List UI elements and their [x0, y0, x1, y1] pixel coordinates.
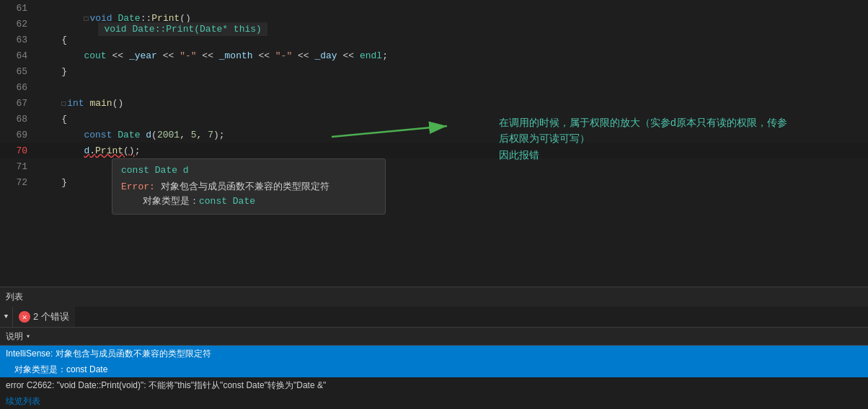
- code-line-64: 64 cout << _year << "-" << _month << "-"…: [0, 48, 868, 63]
- tooltip-title: const Date d: [121, 165, 376, 176]
- scroll-hint-row: 续览列表: [0, 393, 868, 409]
- code-line-62: 62 □void Date::Print() void Date::Print(…: [0, 16, 868, 32]
- intellisense-error-text: IntelliSense: 对象包含与成员函数不兼容的类型限定符: [6, 348, 211, 360]
- code-line-65: 65 }: [0, 63, 868, 79]
- description-arrow-icon[interactable]: ▾: [26, 332, 30, 341]
- error-count-section: ▼ ✕ 2 个错误: [0, 307, 868, 327]
- intellisense-error-row[interactable]: IntelliSense: 对象包含与成员函数不兼容的类型限定符: [0, 346, 868, 361]
- panel-toggle[interactable]: ▼: [0, 307, 13, 327]
- description-bar: 说明 ▾: [0, 327, 868, 346]
- code-line-63: 63 {: [0, 32, 868, 48]
- c2662-error-text: error C2662: "void Date::Print(void)": 不…: [6, 379, 326, 392]
- description-label: 说明: [6, 331, 23, 343]
- code-line-67: 67 □int main(): [0, 95, 868, 111]
- intellisense-type-row[interactable]: 对象类型是：const Date: [0, 361, 868, 377]
- intellisense-tooltip: const Date d Error: 对象包含与成员函数不兼容的类型限定符 对…: [112, 158, 386, 215]
- tooltip-error: Error: 对象包含与成员函数不兼容的类型限定符 对象类型是：const Da…: [121, 180, 376, 208]
- error-icon: ✕: [19, 311, 30, 323]
- annotation-text: 在调用的时候，属于权限的放大（实参d原本只有读的权限，传参 后权限为可读可写） …: [493, 112, 868, 166]
- c2662-error-row[interactable]: error C2662: "void Date::Print(void)": 不…: [0, 377, 868, 393]
- error-badge-area: ✕ 2 个错误: [13, 307, 75, 327]
- code-line-66: 66: [0, 79, 868, 95]
- scroll-hint-text: 续览列表: [6, 395, 40, 408]
- error-list-header: 列表: [0, 287, 868, 307]
- code-editor: 61 62 □void Date::Print() void Date::Pri…: [0, 0, 868, 266]
- error-list-tab[interactable]: 列表: [6, 291, 23, 303]
- bottom-panel: 列表 ▼ ✕ 2 个错误 说明 ▾ IntelliSense: 对象包含与成员函…: [0, 287, 868, 409]
- error-count-label: 2 个错误: [33, 310, 69, 323]
- intellisense-type-text: 对象类型是：const Date: [14, 364, 107, 376]
